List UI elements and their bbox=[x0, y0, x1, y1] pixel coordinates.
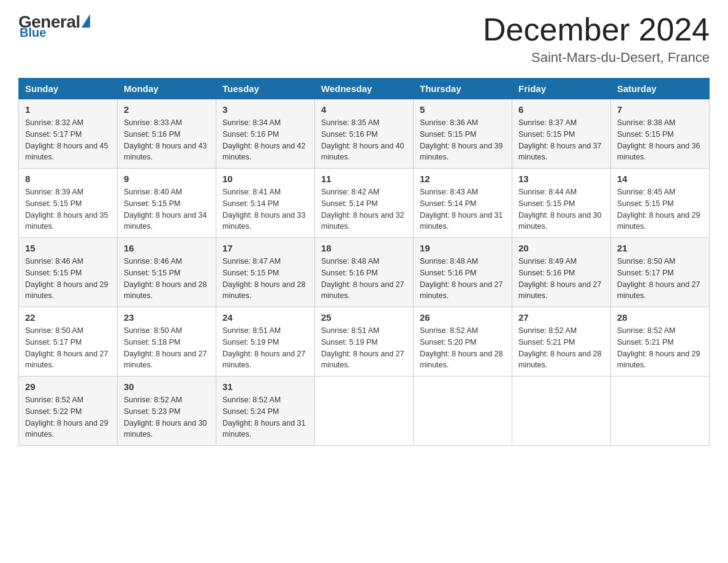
daylight-label: Daylight: 8 hours and 27 minutes. bbox=[222, 350, 306, 370]
daylight-label: Daylight: 8 hours and 28 minutes. bbox=[222, 280, 306, 301]
table-row: 4 Sunrise: 8:35 AM Sunset: 5:16 PM Dayli… bbox=[315, 99, 414, 169]
day-number: 13 bbox=[518, 174, 604, 184]
sunset-label: Sunset: 5:17 PM bbox=[25, 130, 82, 139]
daylight-label: Daylight: 8 hours and 29 minutes. bbox=[25, 419, 108, 439]
table-row: 6 Sunrise: 8:37 AM Sunset: 5:15 PM Dayli… bbox=[512, 99, 611, 169]
daylight-label: Daylight: 8 hours and 34 minutes. bbox=[124, 211, 207, 231]
sunset-label: Sunset: 5:17 PM bbox=[25, 338, 82, 347]
daylight-label: Daylight: 8 hours and 29 minutes. bbox=[25, 280, 108, 301]
sunset-label: Sunset: 5:17 PM bbox=[617, 269, 673, 277]
table-row: 14 Sunrise: 8:45 AM Sunset: 5:15 PM Dayl… bbox=[611, 169, 710, 238]
sunrise-label: Sunrise: 8:33 AM bbox=[124, 118, 182, 127]
sunrise-label: Sunrise: 8:52 AM bbox=[124, 396, 182, 404]
day-info: Sunrise: 8:33 AM Sunset: 5:16 PM Dayligh… bbox=[124, 117, 210, 163]
sunset-label: Sunset: 5:19 PM bbox=[321, 338, 377, 347]
day-info: Sunrise: 8:52 AM Sunset: 5:24 PM Dayligh… bbox=[222, 394, 308, 440]
daylight-label: Daylight: 8 hours and 30 minutes. bbox=[124, 419, 207, 439]
table-row: 24 Sunrise: 8:51 AM Sunset: 5:19 PM Dayl… bbox=[216, 307, 315, 377]
sunrise-label: Sunrise: 8:52 AM bbox=[518, 326, 577, 335]
day-number: 17 bbox=[222, 243, 308, 253]
day-info: Sunrise: 8:35 AM Sunset: 5:16 PM Dayligh… bbox=[321, 117, 407, 163]
sunset-label: Sunset: 5:16 PM bbox=[518, 269, 575, 277]
sunset-label: Sunset: 5:15 PM bbox=[25, 199, 82, 208]
page-header: General Blue December 2024 Saint-Mars-du… bbox=[18, 12, 710, 66]
day-info: Sunrise: 8:34 AM Sunset: 5:16 PM Dayligh… bbox=[222, 117, 308, 163]
calendar-week-row: 29 Sunrise: 8:52 AM Sunset: 5:22 PM Dayl… bbox=[19, 377, 710, 446]
table-row: 7 Sunrise: 8:38 AM Sunset: 5:15 PM Dayli… bbox=[611, 99, 710, 169]
day-number: 26 bbox=[420, 312, 506, 323]
day-info: Sunrise: 8:47 AM Sunset: 5:15 PM Dayligh… bbox=[222, 256, 308, 302]
day-info: Sunrise: 8:40 AM Sunset: 5:15 PM Dayligh… bbox=[124, 186, 210, 232]
sunrise-label: Sunrise: 8:52 AM bbox=[617, 326, 675, 335]
sunset-label: Sunset: 5:16 PM bbox=[321, 130, 377, 139]
daylight-label: Daylight: 8 hours and 33 minutes. bbox=[222, 211, 306, 231]
sunrise-label: Sunrise: 8:37 AM bbox=[518, 118, 577, 127]
day-info: Sunrise: 8:52 AM Sunset: 5:21 PM Dayligh… bbox=[518, 325, 604, 371]
daylight-label: Daylight: 8 hours and 27 minutes. bbox=[321, 280, 404, 301]
daylight-label: Daylight: 8 hours and 36 minutes. bbox=[617, 142, 700, 162]
sunset-label: Sunset: 5:20 PM bbox=[420, 338, 476, 347]
calendar-week-row: 15 Sunrise: 8:46 AM Sunset: 5:15 PM Dayl… bbox=[19, 238, 710, 307]
logo-blue-text: Blue bbox=[20, 26, 46, 40]
day-info: Sunrise: 8:36 AM Sunset: 5:15 PM Dayligh… bbox=[420, 117, 506, 163]
day-number: 29 bbox=[25, 381, 111, 392]
day-number: 14 bbox=[617, 174, 703, 184]
table-row: 21 Sunrise: 8:50 AM Sunset: 5:17 PM Dayl… bbox=[611, 238, 710, 307]
table-row: 30 Sunrise: 8:52 AM Sunset: 5:23 PM Dayl… bbox=[118, 377, 216, 446]
sunrise-label: Sunrise: 8:52 AM bbox=[420, 326, 478, 335]
table-row: 23 Sunrise: 8:50 AM Sunset: 5:18 PM Dayl… bbox=[118, 307, 216, 377]
table-row: 20 Sunrise: 8:49 AM Sunset: 5:16 PM Dayl… bbox=[512, 238, 611, 307]
table-row bbox=[512, 377, 611, 446]
table-row: 10 Sunrise: 8:41 AM Sunset: 5:14 PM Dayl… bbox=[216, 169, 315, 238]
sunset-label: Sunset: 5:15 PM bbox=[617, 199, 673, 208]
sunrise-label: Sunrise: 8:46 AM bbox=[25, 257, 83, 266]
daylight-label: Daylight: 8 hours and 31 minutes. bbox=[420, 211, 503, 231]
sunrise-label: Sunrise: 8:32 AM bbox=[25, 118, 83, 127]
day-number: 8 bbox=[25, 174, 111, 184]
sunset-label: Sunset: 5:22 PM bbox=[25, 407, 82, 416]
day-number: 23 bbox=[124, 312, 210, 323]
calendar-header-row: Sunday Monday Tuesday Wednesday Thursday… bbox=[19, 79, 710, 99]
table-row: 29 Sunrise: 8:52 AM Sunset: 5:22 PM Dayl… bbox=[19, 377, 118, 446]
sunset-label: Sunset: 5:15 PM bbox=[25, 269, 82, 277]
day-number: 31 bbox=[222, 381, 308, 392]
sunrise-label: Sunrise: 8:52 AM bbox=[25, 396, 83, 404]
day-number: 1 bbox=[25, 104, 111, 115]
daylight-label: Daylight: 8 hours and 28 minutes. bbox=[420, 350, 503, 370]
day-info: Sunrise: 8:44 AM Sunset: 5:15 PM Dayligh… bbox=[518, 186, 604, 232]
sunrise-label: Sunrise: 8:50 AM bbox=[124, 326, 182, 335]
sunrise-label: Sunrise: 8:51 AM bbox=[321, 326, 379, 335]
daylight-label: Daylight: 8 hours and 39 minutes. bbox=[420, 142, 503, 162]
day-info: Sunrise: 8:46 AM Sunset: 5:15 PM Dayligh… bbox=[124, 256, 210, 302]
sunrise-label: Sunrise: 8:47 AM bbox=[222, 257, 281, 266]
sunset-label: Sunset: 5:14 PM bbox=[321, 199, 377, 208]
day-number: 16 bbox=[124, 243, 210, 253]
day-number: 28 bbox=[617, 312, 703, 323]
table-row bbox=[315, 377, 414, 446]
table-row: 15 Sunrise: 8:46 AM Sunset: 5:15 PM Dayl… bbox=[19, 238, 118, 307]
table-row: 18 Sunrise: 8:48 AM Sunset: 5:16 PM Dayl… bbox=[315, 238, 414, 307]
logo: General Blue bbox=[18, 12, 90, 40]
table-row: 3 Sunrise: 8:34 AM Sunset: 5:16 PM Dayli… bbox=[216, 99, 315, 169]
sunset-label: Sunset: 5:16 PM bbox=[321, 269, 377, 277]
sunrise-label: Sunrise: 8:34 AM bbox=[222, 118, 281, 127]
day-number: 5 bbox=[420, 104, 506, 115]
col-wednesday: Wednesday bbox=[315, 79, 414, 99]
table-row: 9 Sunrise: 8:40 AM Sunset: 5:15 PM Dayli… bbox=[118, 169, 216, 238]
day-info: Sunrise: 8:52 AM Sunset: 5:21 PM Dayligh… bbox=[617, 325, 703, 371]
sunrise-label: Sunrise: 8:48 AM bbox=[321, 257, 379, 266]
calendar-week-row: 22 Sunrise: 8:50 AM Sunset: 5:17 PM Dayl… bbox=[19, 307, 710, 377]
table-row: 19 Sunrise: 8:48 AM Sunset: 5:16 PM Dayl… bbox=[414, 238, 512, 307]
calendar-title: December 2024 bbox=[483, 12, 710, 47]
table-row: 12 Sunrise: 8:43 AM Sunset: 5:14 PM Dayl… bbox=[414, 169, 512, 238]
table-row: 2 Sunrise: 8:33 AM Sunset: 5:16 PM Dayli… bbox=[118, 99, 216, 169]
table-row: 11 Sunrise: 8:42 AM Sunset: 5:14 PM Dayl… bbox=[315, 169, 414, 238]
day-info: Sunrise: 8:48 AM Sunset: 5:16 PM Dayligh… bbox=[321, 256, 407, 302]
calendar-week-row: 1 Sunrise: 8:32 AM Sunset: 5:17 PM Dayli… bbox=[19, 99, 710, 169]
sunrise-label: Sunrise: 8:35 AM bbox=[321, 118, 379, 127]
daylight-label: Daylight: 8 hours and 27 minutes. bbox=[321, 350, 404, 370]
daylight-label: Daylight: 8 hours and 40 minutes. bbox=[321, 142, 404, 162]
day-info: Sunrise: 8:42 AM Sunset: 5:14 PM Dayligh… bbox=[321, 186, 407, 232]
daylight-label: Daylight: 8 hours and 35 minutes. bbox=[25, 211, 108, 231]
table-row: 25 Sunrise: 8:51 AM Sunset: 5:19 PM Dayl… bbox=[315, 307, 414, 377]
